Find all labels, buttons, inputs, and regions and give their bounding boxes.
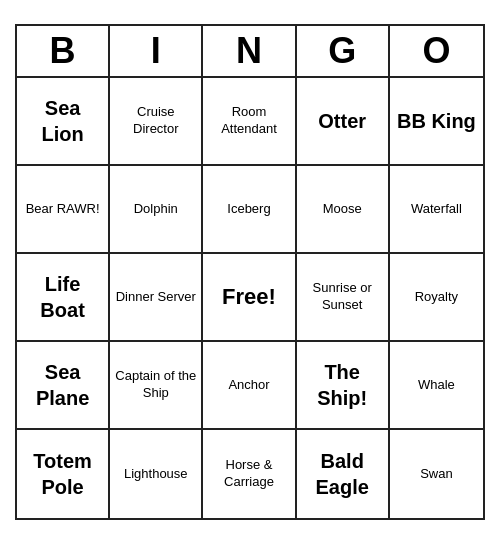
- bingo-cell: The Ship!: [297, 342, 390, 430]
- bingo-header: BINGO: [17, 26, 483, 78]
- bingo-cell: Captain of the Ship: [110, 342, 203, 430]
- header-letter: N: [203, 26, 296, 76]
- bingo-cell: Free!: [203, 254, 296, 342]
- header-letter: G: [297, 26, 390, 76]
- bingo-cell: Bear RAWR!: [17, 166, 110, 254]
- bingo-cell: Sea Lion: [17, 78, 110, 166]
- bingo-cell: Anchor: [203, 342, 296, 430]
- header-letter: O: [390, 26, 483, 76]
- bingo-cell: Totem Pole: [17, 430, 110, 518]
- bingo-cell: Life Boat: [17, 254, 110, 342]
- header-letter: B: [17, 26, 110, 76]
- bingo-cell: Iceberg: [203, 166, 296, 254]
- bingo-cell: Horse & Carriage: [203, 430, 296, 518]
- bingo-cell: Room Attendant: [203, 78, 296, 166]
- header-letter: I: [110, 26, 203, 76]
- bingo-cell: Whale: [390, 342, 483, 430]
- bingo-cell: Sea Plane: [17, 342, 110, 430]
- bingo-cell: Waterfall: [390, 166, 483, 254]
- bingo-cell: Royalty: [390, 254, 483, 342]
- bingo-cell: BB King: [390, 78, 483, 166]
- bingo-grid: Sea LionCruise DirectorRoom AttendantOtt…: [17, 78, 483, 518]
- bingo-card: BINGO Sea LionCruise DirectorRoom Attend…: [15, 24, 485, 520]
- bingo-cell: Sunrise or Sunset: [297, 254, 390, 342]
- bingo-cell: Dolphin: [110, 166, 203, 254]
- bingo-cell: Swan: [390, 430, 483, 518]
- bingo-cell: Bald Eagle: [297, 430, 390, 518]
- bingo-cell: Dinner Server: [110, 254, 203, 342]
- bingo-cell: Moose: [297, 166, 390, 254]
- bingo-cell: Otter: [297, 78, 390, 166]
- bingo-cell: Lighthouse: [110, 430, 203, 518]
- bingo-cell: Cruise Director: [110, 78, 203, 166]
